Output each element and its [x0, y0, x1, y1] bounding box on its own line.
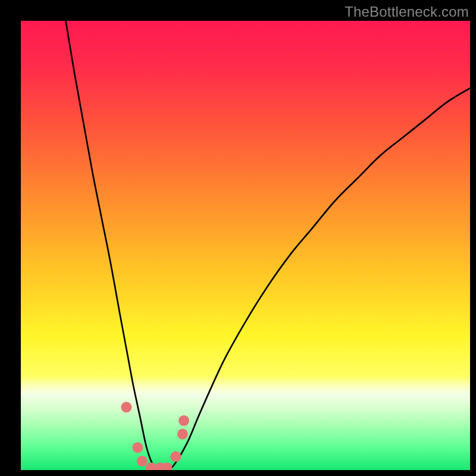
marker-dot — [121, 402, 131, 412]
marker-dot — [132, 442, 143, 453]
watermark-text: TheBottleneck.com — [345, 4, 469, 20]
plot-area — [21, 21, 470, 470]
marker-dot — [137, 456, 148, 466]
marker-dot — [170, 451, 181, 462]
chart-frame: TheBottleneck.com — [0, 0, 476, 476]
highlight-dots — [121, 402, 189, 470]
marker-dot — [178, 415, 189, 426]
curve-layer — [21, 21, 470, 470]
marker-dot — [177, 429, 188, 440]
